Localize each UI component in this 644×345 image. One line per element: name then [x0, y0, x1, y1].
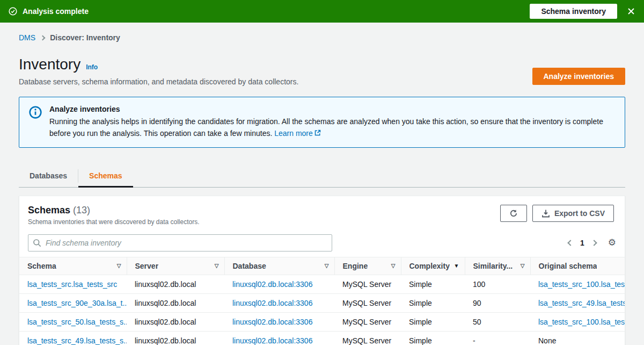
table-row: lsa_tests_src_90e_30a.lsa_t... linuxsql0…	[19, 293, 625, 312]
table-row: lsa_tests_src_50.lsa_tests_s... linuxsql…	[19, 312, 625, 331]
filter-icon[interactable]: ▽	[521, 263, 525, 269]
schema-link[interactable]: lsa_tests_src_50.lsa_tests_s...	[19, 312, 127, 331]
panel-title: Schemas	[28, 205, 70, 215]
complexity-cell: Simple	[401, 331, 465, 345]
engine-cell: MySQL Server	[334, 312, 401, 331]
schema-link[interactable]: lsa_tests_src_90e_30a.lsa_t...	[19, 293, 127, 312]
panel-count: (13)	[73, 205, 90, 215]
breadcrumb-current: Discover: Inventory	[50, 33, 120, 42]
similarity-cell: 50	[465, 312, 530, 331]
current-page[interactable]: 1	[580, 239, 584, 247]
server-cell: linuxsql02.db.local	[127, 293, 224, 312]
table-row: lsa_tests_src_49.lsa_tests_s... linuxsql…	[19, 331, 625, 345]
engine-cell: MySQL Server	[334, 275, 401, 293]
engine-cell: MySQL Server	[334, 331, 401, 345]
original-schema-link[interactable]: lsa_tests_src_100.lsa_tests_s...	[530, 312, 625, 331]
schema-link[interactable]: lsa_tests_src_49.lsa_tests_s...	[19, 331, 127, 345]
database-link[interactable]: linuxsql02.db.local:3306	[224, 275, 334, 293]
server-cell: linuxsql02.db.local	[127, 312, 224, 331]
flashbar-success: Analysis complete Schema inventory	[0, 0, 644, 23]
schema-inventory-button[interactable]: Schema inventory	[530, 4, 617, 19]
complexity-cell: Simple	[401, 312, 465, 331]
flashbar-actions: Schema inventory	[530, 4, 635, 19]
schemas-table: Schema▽ Server▽ Database▽ Engine▽ Comple…	[19, 257, 625, 345]
chevron-right-icon	[40, 35, 46, 41]
gear-icon[interactable]: ⚙	[608, 238, 616, 247]
flashbar-message-group: Analysis complete	[9, 7, 89, 16]
export-csv-label: Export to CSV	[554, 209, 605, 218]
tab-databases[interactable]: Databases	[19, 165, 78, 187]
external-link-icon	[314, 127, 321, 134]
table-header-row: Schema▽ Server▽ Database▽ Engine▽ Comple…	[19, 257, 625, 275]
server-cell: linuxsql02.db.local	[127, 331, 224, 345]
filter-icon[interactable]: ▽	[325, 263, 329, 269]
alert-body: Running the analysis helps in identifyin…	[49, 116, 615, 140]
alert-title: Analyze inventories	[49, 105, 615, 113]
pagination: 1 ⚙	[568, 238, 616, 247]
original-schema-link[interactable]: lsa_tests_src_49.lsa_tests_sr...	[530, 293, 625, 312]
info-alert: Analyze inventories Running the analysis…	[19, 97, 625, 148]
analyze-inventories-button[interactable]: Analyze inventories	[532, 68, 626, 85]
refresh-icon	[509, 209, 518, 218]
column-header-schema[interactable]: Schema▽	[19, 257, 127, 275]
column-header-engine[interactable]: Engine▽	[334, 257, 401, 275]
page-description: Database servers, schema information, an…	[19, 77, 298, 86]
similarity-cell: -	[465, 331, 530, 345]
column-header-database[interactable]: Database▽	[224, 257, 334, 275]
search-icon	[33, 239, 41, 247]
close-icon[interactable]	[627, 7, 635, 16]
original-schema-link[interactable]: lsa_tests_src_100.lsa_tests_s...	[530, 275, 625, 293]
complexity-cell: Simple	[401, 293, 465, 312]
previous-page-icon[interactable]	[567, 240, 573, 246]
check-circle-icon	[9, 7, 17, 16]
tab-schemas[interactable]: Schemas	[78, 165, 133, 187]
info-link[interactable]: Info	[86, 63, 98, 71]
filter-icon[interactable]: ▽	[215, 263, 219, 269]
engine-cell: MySQL Server	[334, 293, 401, 312]
column-header-similarity[interactable]: Similarity...▽	[465, 257, 530, 275]
next-page-icon[interactable]	[591, 240, 597, 246]
table-row: lsa_tests_src.lsa_tests_src linuxsql02.d…	[19, 275, 625, 293]
breadcrumb: DMS Discover: Inventory	[19, 23, 625, 42]
search-box	[28, 234, 332, 251]
search-input[interactable]	[28, 234, 332, 251]
filter-icon[interactable]: ▽	[391, 263, 396, 269]
filter-icon[interactable]: ▽	[117, 263, 121, 269]
column-header-original-schema[interactable]: Original schema	[530, 257, 625, 275]
export-csv-button[interactable]: Export to CSV	[532, 205, 614, 222]
page-title: Inventory	[19, 56, 80, 73]
breadcrumb-dms[interactable]: DMS	[19, 33, 35, 42]
database-link[interactable]: linuxsql02.db.local:3306	[224, 331, 334, 345]
server-cell: linuxsql02.db.local	[127, 275, 224, 293]
schemas-panel: Schemas (13) Schema inventories that wer…	[19, 196, 625, 345]
panel-description: Schema inventories that were discovered …	[28, 218, 200, 226]
flash-message: Analysis complete	[23, 7, 89, 16]
database-link[interactable]: linuxsql02.db.local:3306	[224, 293, 334, 312]
schema-link[interactable]: lsa_tests_src.lsa_tests_src	[19, 275, 127, 293]
complexity-cell: Simple	[401, 275, 465, 293]
filter-filled-icon[interactable]: ▼	[454, 263, 459, 269]
original-schema-cell: None	[530, 331, 625, 345]
info-circle-icon	[29, 106, 42, 119]
table-toolbar: 1 ⚙	[19, 231, 625, 257]
page-header: Inventory Info Database servers, schema …	[19, 56, 625, 86]
similarity-cell: 90	[465, 293, 530, 312]
panel-header: Schemas (13) Schema inventories that wer…	[19, 196, 625, 231]
database-link[interactable]: linuxsql02.db.local:3306	[224, 312, 334, 331]
tab-bar: Databases Schemas	[19, 165, 625, 188]
column-header-complexity[interactable]: Complexity▼	[401, 257, 465, 275]
refresh-button[interactable]	[500, 205, 527, 222]
column-header-server[interactable]: Server▽	[127, 257, 224, 275]
download-icon	[541, 209, 550, 218]
panel-actions: Export to CSV	[500, 205, 614, 226]
similarity-cell: 100	[465, 275, 530, 293]
learn-more-link[interactable]: Learn more	[274, 129, 313, 138]
alert-text: Running the analysis helps in identifyin…	[49, 117, 603, 138]
